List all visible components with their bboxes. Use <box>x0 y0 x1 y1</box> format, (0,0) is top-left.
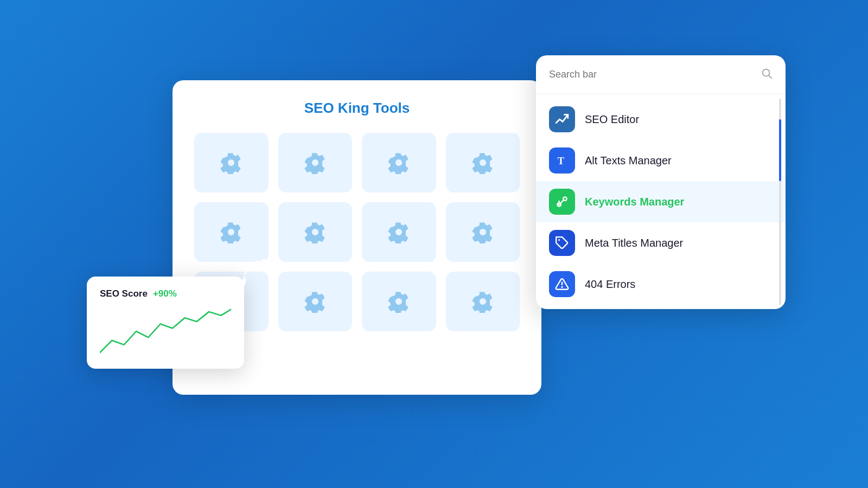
menu-item-meta-titles[interactable]: Meta Titles Manager <box>536 222 786 264</box>
search-icon <box>761 67 773 82</box>
seo-score-label: SEO Score <box>100 288 148 299</box>
grid-item[interactable] <box>194 133 269 192</box>
gear-icon <box>471 151 494 174</box>
grid-item[interactable] <box>278 133 353 192</box>
grid-item[interactable] <box>278 272 353 331</box>
panel-title: SEO King Tools <box>190 100 524 117</box>
gear-icon <box>304 151 327 174</box>
gear-icon <box>387 290 410 313</box>
gear-icon <box>220 221 242 243</box>
scroll-thumb <box>779 119 781 181</box>
gear-icon <box>471 290 494 313</box>
keywords-icon <box>549 189 575 215</box>
seo-score-header: SEO Score +90% <box>100 288 231 299</box>
404-errors-icon <box>549 271 575 297</box>
search-bar-row <box>536 55 786 94</box>
menu-item-404-errors[interactable]: 404 Errors <box>536 264 786 305</box>
scrollbar[interactable] <box>779 99 781 305</box>
svg-line-5 <box>561 201 563 203</box>
grid-item[interactable] <box>446 272 520 331</box>
menu-item-alt-texts[interactable]: T Alt Texts Manager <box>536 140 786 181</box>
grid-item[interactable] <box>446 133 520 192</box>
alt-texts-icon: T <box>549 147 575 174</box>
gear-icon <box>471 221 494 243</box>
seo-score-value: +90% <box>153 288 177 299</box>
alt-texts-label: Alt Texts Manager <box>585 155 672 167</box>
svg-marker-12 <box>533 355 541 363</box>
dashed-arrow-right <box>505 325 548 369</box>
gear-icon <box>220 151 242 174</box>
dashed-arrow-left <box>233 249 277 293</box>
svg-point-4 <box>563 197 567 201</box>
grid-item[interactable] <box>362 272 436 331</box>
meta-titles-label: Meta Titles Manager <box>585 237 683 249</box>
grid-item[interactable] <box>278 202 353 262</box>
seo-editor-icon <box>549 106 575 132</box>
menu-list: SEO Editor T Alt Texts Manager <box>536 94 786 309</box>
gear-icon <box>387 151 410 174</box>
grid-item[interactable] <box>362 133 436 192</box>
seo-score-card: SEO Score +90% <box>87 277 244 369</box>
svg-marker-11 <box>240 279 248 287</box>
gear-icon <box>304 290 327 313</box>
seo-editor-label: SEO Editor <box>585 113 639 126</box>
menu-item-seo-editor[interactable]: SEO Editor <box>536 99 786 140</box>
meta-titles-icon <box>549 230 575 256</box>
404-errors-label: 404 Errors <box>585 278 635 291</box>
grid-item[interactable] <box>362 202 436 262</box>
gear-icon <box>387 221 410 243</box>
menu-item-keywords[interactable]: Keywords Manager <box>536 181 786 222</box>
seo-score-chart <box>100 307 231 356</box>
keywords-label: Keywords Manager <box>585 196 684 208</box>
gear-icon <box>304 221 327 243</box>
svg-text:T: T <box>558 155 565 166</box>
svg-line-1 <box>769 75 771 78</box>
search-input[interactable] <box>549 69 761 80</box>
grid-item[interactable] <box>446 202 520 262</box>
search-panel: SEO Editor T Alt Texts Manager <box>536 55 786 309</box>
